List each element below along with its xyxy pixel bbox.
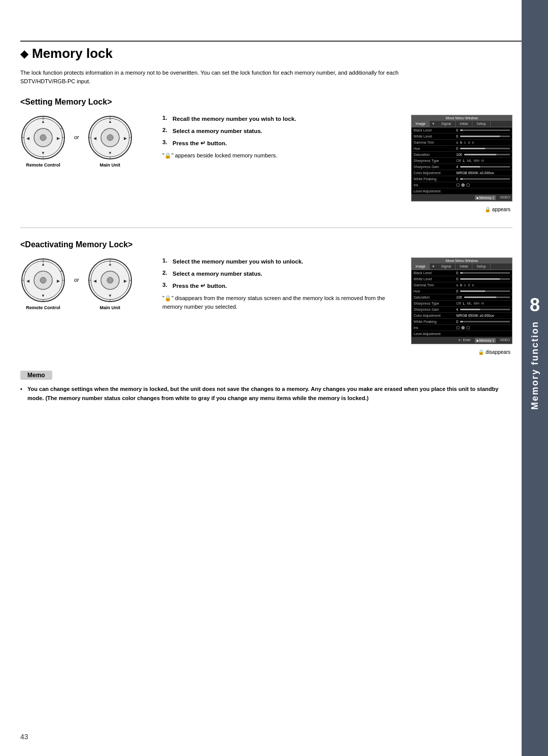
svg-text:◀: ◀ <box>26 136 30 141</box>
step-3-text: Press the ↵ button. <box>173 139 227 147</box>
svg-text:–: – <box>24 270 26 273</box>
deactivating-inner: ▲ ▼ ◀ ▶ a – + Remote Control <box>20 257 512 344</box>
menu-row-leveladj: Level Adjustment <box>412 188 512 194</box>
svg-point-46 <box>107 277 113 283</box>
deact-row-white: White Level 0 <box>412 276 512 282</box>
page-title: ◆ Memory lock <box>20 46 512 61</box>
menu-row-iris: Iris <box>412 182 512 188</box>
remote-control-dial: ▲ ▼ ◀ ▶ a – + <box>20 115 66 168</box>
menu-title-bar: Move Menu Window <box>412 115 512 121</box>
menu-row-white: White Level 0 <box>412 134 512 140</box>
svg-text:◀: ◀ <box>93 136 97 141</box>
step-3: 3. Press the ↵ button. <box>162 139 401 147</box>
svg-text:–: – <box>24 127 26 130</box>
deact-menu-tabs: Image ✦ Signal Initial Setup <box>412 264 512 270</box>
top-rule <box>20 41 522 42</box>
deactivating-memory-lock-section: <Deactivating Memory Lock> ▲ ▼ ◀ <box>20 240 512 355</box>
deact-tab-image: Image <box>412 264 430 270</box>
menu-row-sat: Saturation 100 <box>412 152 512 158</box>
main-content: ◆ Memory lock The lock function protects… <box>20 46 518 403</box>
deact-row-coloradj: Color Adjustment WRGB 6500K ±0.000uv <box>412 313 512 319</box>
setting-memory-lock-section: <Setting Memory Lock> <box>20 97 512 212</box>
menu-tab-signal: Signal <box>437 121 455 127</box>
diamond-icon: ◆ <box>20 48 28 60</box>
controls-row: ▲ ▼ ◀ ▶ a – + <box>20 115 133 168</box>
svg-text:◀: ◀ <box>26 279 30 283</box>
page-number: 43 <box>20 733 28 741</box>
side-tab-number: 8 <box>530 294 540 316</box>
main-unit-dial: ▲ ▼ ◀ ▶ a Main Unit <box>87 115 133 168</box>
deact-step-2: 2. Select a memory number status. <box>162 270 401 278</box>
menu-row-sharpgain: Sharpness Gain 4 <box>412 164 512 170</box>
svg-text:▼: ▼ <box>108 293 112 298</box>
deact-step-3: 3. Press the ↵ button. <box>162 282 401 290</box>
svg-text:▶: ▶ <box>124 279 127 283</box>
deact-step-1-text: Select the memory number you wish to unl… <box>173 257 303 266</box>
svg-text:+: + <box>60 270 62 273</box>
deact-step-3-text: Press the ↵ button. <box>173 282 227 290</box>
menu-row-gamma: Gamma Trim a b c d e <box>412 140 512 146</box>
step-2-text: Select a memory number status. <box>173 127 262 135</box>
setting-menu-screenshot: Move Menu Window Image ✦ Signal Initial … <box>411 115 512 202</box>
setting-heading: <Setting Memory Lock> <box>20 97 512 107</box>
menu-tabs: Image ✦ Signal Initial Setup <box>412 121 512 127</box>
deact-mainunit-dial: ▲ ▼ ◀ ▶ a Main Unit <box>87 257 133 310</box>
menu-row-whitepeaking: White Peaking 0 <box>412 176 512 182</box>
deact-row-sharptype: Sharpness Type Off L ML MH H <box>412 301 512 307</box>
deact-remote-label: Remote Control <box>26 305 60 310</box>
deact-tab-initial: Initial <box>456 264 472 270</box>
deact-controls-row: ▲ ▼ ◀ ▶ a – + Remote Control <box>20 257 133 310</box>
deactivating-menu-screenshot: Move Menu Window Image ✦ Signal Initial … <box>411 257 512 344</box>
deact-menu-footer: e : Enter ■ Memory 1 VIDEO <box>412 337 512 344</box>
svg-text:+: + <box>60 127 62 130</box>
menu-row-coloradj: Color Adjustment WRGB 6500K ±0.000uv <box>412 170 512 176</box>
intro-text: The lock function protects information i… <box>20 69 436 85</box>
deactivating-diagrams: ▲ ▼ ◀ ▶ a – + Remote Control <box>20 257 152 314</box>
setting-diagrams: ▲ ▼ ◀ ▶ a – + <box>20 115 152 172</box>
menu-tab-image: Image <box>412 121 430 127</box>
deact-row-sat: Saturation 100 <box>412 294 512 301</box>
step-1: 1. Recall the memory number you wish to … <box>162 115 401 123</box>
svg-point-18 <box>107 135 113 141</box>
svg-point-3 <box>40 135 46 141</box>
deact-row-iris: Iris <box>412 325 512 331</box>
deact-row-whitepeaking: White Peaking 0 <box>412 319 512 325</box>
section-separator <box>20 227 512 228</box>
setting-steps: 1. Recall the memory number you wish to … <box>162 115 401 164</box>
appears-label: 🔒 appears <box>485 207 510 212</box>
memo-badge: Memo <box>20 371 52 380</box>
deact-mainunit-label: Main Unit <box>100 305 121 310</box>
deact-tab-setup: Setup <box>472 264 490 270</box>
svg-text:▶: ▶ <box>57 136 60 141</box>
svg-text:▶: ▶ <box>124 136 127 141</box>
step-1-text: Recall the memory number you wish to loc… <box>173 115 296 123</box>
svg-text:▶: ▶ <box>57 279 60 283</box>
menu-row-sharptype: Sharpness Type Off L ML MH H <box>412 158 512 164</box>
setting-inner: ▲ ▼ ◀ ▶ a – + <box>20 115 512 202</box>
svg-text:◀: ◀ <box>93 279 97 283</box>
memo-text: You can change settings when the memory … <box>20 385 512 403</box>
menu-row-hue: Hue 0 <box>412 146 512 152</box>
deactivating-heading: <Deactivating Memory Lock> <box>20 240 512 249</box>
svg-text:▼: ▼ <box>108 151 112 155</box>
title-text: Memory lock <box>32 46 113 61</box>
deact-menu-title: Move Menu Window <box>412 258 512 264</box>
deact-row-black: Black Level 0 <box>412 270 512 276</box>
menu-tab-initial: Initial <box>456 121 472 127</box>
svg-point-31 <box>40 277 46 283</box>
deact-step-1: 1. Select the memory number you wish to … <box>162 257 401 266</box>
deact-tab-signal: Signal <box>437 264 455 270</box>
deact-row-gamma: Gamma Trim a b c d e <box>412 282 512 288</box>
deact-row-hue: Hue 0 <box>412 288 512 294</box>
svg-text:▼: ▼ <box>41 293 45 298</box>
memo-section: Memo You can change settings when the me… <box>20 370 512 403</box>
side-tab-text: Memory function <box>530 321 540 410</box>
main-unit-label: Main Unit <box>100 162 121 168</box>
setting-note: "🔒" appears beside locked memory numbers… <box>162 151 401 160</box>
disappears-label: 🔒 disappears <box>478 349 510 355</box>
remote-control-label: Remote Control <box>26 162 60 168</box>
deact-row-sharpgain: Sharpness Gain 4 <box>412 307 512 313</box>
menu-row-black: Black Level 0 <box>412 127 512 134</box>
menu-footer: ■ Memory 1 VIDEO <box>412 194 512 201</box>
step-2: 2. Select a memory number status. <box>162 127 401 135</box>
